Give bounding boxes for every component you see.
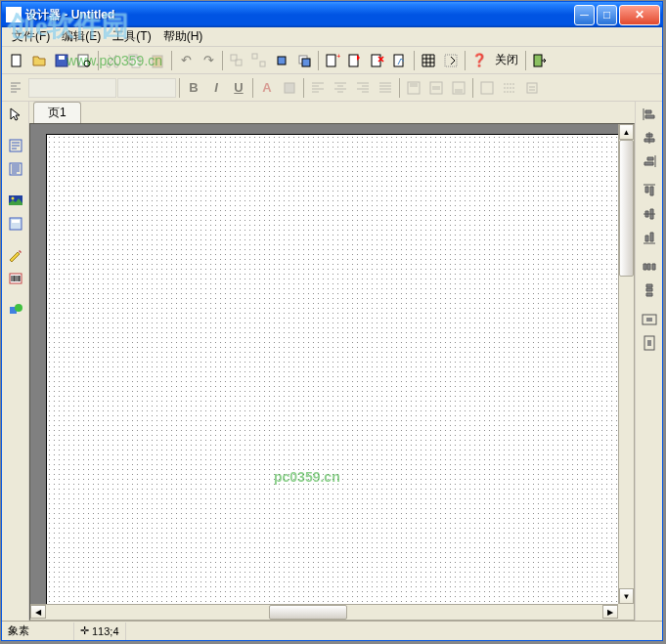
format-button[interactable] (521, 77, 543, 99)
scroll-thumb-v[interactable] (619, 140, 634, 277)
italic-button[interactable]: I (205, 77, 227, 99)
align-right-button[interactable] (352, 77, 374, 99)
page-settings-button[interactable] (389, 50, 411, 71)
close-window-button[interactable]: ✕ (619, 5, 660, 25)
style-button[interactable] (6, 77, 27, 99)
tab-page1[interactable]: 页1 (33, 102, 81, 123)
maximize-button[interactable]: □ (597, 5, 617, 25)
space-horizontal-icon[interactable] (639, 256, 660, 278)
fill-color-button[interactable] (279, 77, 300, 99)
separator (171, 51, 172, 70)
app-icon (6, 7, 22, 22)
horizontal-scrollbar[interactable]: ◀ ▶ (30, 604, 618, 620)
center-vertical-icon[interactable] (639, 332, 660, 354)
menu-tools[interactable]: 工具(T) (107, 26, 156, 47)
scroll-up-button[interactable]: ▲ (619, 124, 634, 140)
draw-tool[interactable] (5, 244, 26, 266)
page-new-button[interactable] (344, 50, 366, 71)
design-page[interactable] (46, 134, 618, 604)
undo-button[interactable]: ↶ (175, 50, 197, 71)
text-tool[interactable] (5, 135, 26, 156)
svg-rect-9 (153, 56, 162, 67)
delete-page-button[interactable] (367, 50, 388, 71)
borders-button[interactable] (476, 77, 498, 99)
scroll-corner (618, 604, 634, 620)
grid-toggle-button[interactable] (418, 50, 439, 71)
shape-tool[interactable] (5, 299, 26, 321)
select-tool[interactable] (5, 104, 26, 125)
close-button[interactable]: 关闭 (491, 52, 522, 68)
border-style-button[interactable] (499, 77, 520, 99)
image-tool[interactable] (5, 190, 26, 211)
memo-tool[interactable] (5, 158, 26, 180)
scroll-thumb-h[interactable] (269, 605, 347, 620)
svg-rect-0 (12, 55, 21, 66)
bring-front-button[interactable] (271, 50, 292, 71)
svg-rect-21 (394, 55, 403, 66)
separator (222, 51, 223, 70)
barcode-tool[interactable] (5, 268, 26, 289)
scroll-down-button[interactable]: ▼ (619, 588, 634, 604)
separator (318, 51, 319, 70)
menubar: 文件(F) 编辑(E) 工具(T) 帮助(H) (2, 27, 662, 47)
new-button[interactable] (6, 50, 27, 71)
svg-rect-41 (647, 340, 651, 346)
ungroup-button[interactable] (248, 50, 270, 71)
svg-rect-22 (534, 55, 542, 66)
scroll-left-button[interactable]: ◀ (30, 605, 46, 619)
valign-middle-button[interactable] (425, 77, 447, 99)
align-bottom-icon[interactable] (639, 227, 660, 248)
separator (465, 51, 466, 70)
exit-button[interactable] (529, 50, 551, 71)
svg-rect-14 (278, 57, 286, 64)
menu-file[interactable]: 文件(F) (6, 26, 56, 47)
font-size-combo[interactable] (117, 78, 176, 98)
svg-rect-39 (646, 318, 652, 322)
align-vcenter-icon[interactable] (639, 203, 660, 225)
snap-grid-button[interactable] (440, 50, 462, 71)
underline-button[interactable]: U (228, 77, 249, 99)
bold-button[interactable]: B (183, 77, 204, 99)
help-button[interactable]: ❓ (468, 50, 490, 71)
minimize-button[interactable]: ─ (574, 5, 595, 25)
align-left-icon[interactable] (639, 104, 660, 125)
canvas-viewport[interactable] (30, 124, 618, 604)
valign-top-button[interactable] (403, 77, 424, 99)
preview-button[interactable] (73, 50, 95, 71)
svg-rect-13 (260, 62, 265, 66)
subreport-tool[interactable] (5, 213, 26, 235)
vertical-scrollbar[interactable]: ▲ ▼ (618, 124, 634, 604)
font-color-button[interactable]: A (256, 77, 278, 99)
send-back-button[interactable] (293, 50, 315, 71)
align-hcenter-icon[interactable] (639, 127, 660, 149)
cut-button[interactable] (102, 50, 123, 71)
app-window: 设计器 - Untitled ─ □ ✕ 文件(F) 编辑(E) 工具(T) 帮… (1, 1, 663, 641)
copy-button[interactable] (124, 50, 146, 71)
align-justify-button[interactable] (375, 77, 396, 99)
titlebar: 设计器 - Untitled ─ □ ✕ (2, 2, 662, 27)
align-top-icon[interactable] (639, 180, 660, 201)
separator (525, 51, 526, 70)
window-title: 设计器 - Untitled (25, 7, 574, 23)
svg-rect-17 (327, 55, 335, 66)
workspace: 页1 ▲ ▼ ◀ ▶ (2, 102, 662, 621)
center-horizontal-icon[interactable] (639, 309, 660, 330)
add-page-button[interactable]: + (322, 50, 343, 71)
paste-button[interactable] (147, 50, 168, 71)
space-vertical-icon[interactable] (639, 279, 660, 301)
font-family-combo[interactable] (28, 78, 116, 98)
scroll-right-button[interactable]: ▶ (602, 605, 618, 619)
align-palette (635, 102, 662, 621)
open-button[interactable] (28, 50, 50, 71)
align-center-button[interactable] (330, 77, 351, 99)
menu-help[interactable]: 帮助(H) (157, 26, 209, 47)
align-left-button[interactable] (307, 77, 329, 99)
separator (399, 78, 400, 98)
align-right-icon[interactable] (639, 150, 660, 172)
valign-bottom-button[interactable] (448, 77, 469, 99)
group-button[interactable] (226, 50, 247, 71)
redo-button[interactable]: ↷ (198, 50, 219, 71)
tool-palette (2, 102, 29, 621)
save-button[interactable] (51, 50, 72, 71)
menu-edit[interactable]: 编辑(E) (56, 26, 107, 47)
